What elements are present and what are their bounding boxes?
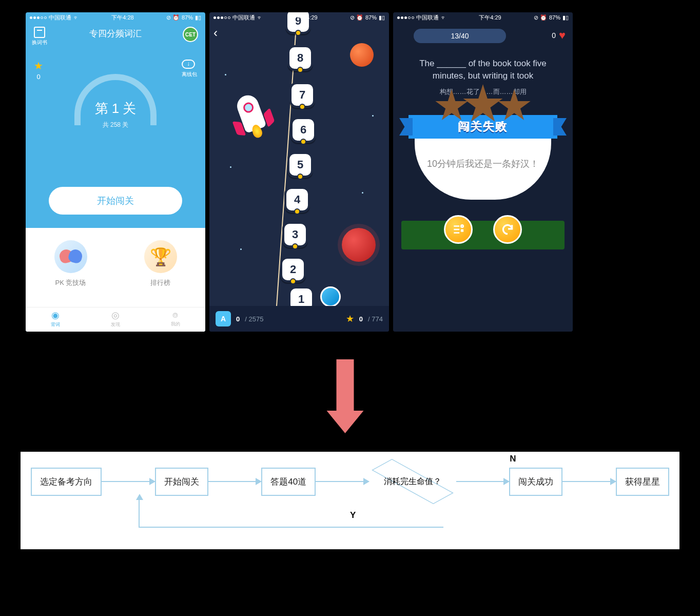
status-bar: 中国联通ᯤ 下午4:29 ⊘ ⏰87%▮▯ xyxy=(393,12,573,23)
player-avatar[interactable] xyxy=(320,286,341,307)
level-label: 第 1 关 xyxy=(74,100,157,118)
loop-back-line xyxy=(139,500,443,528)
level-node-7[interactable]: 7 xyxy=(289,82,315,108)
carrier-label: 中国联通 xyxy=(49,14,71,22)
words-learned: 0 xyxy=(236,315,240,323)
arrow-icon xyxy=(316,481,369,482)
total-levels-label: 共 258 关 xyxy=(74,121,157,129)
wifi-icon: ᯤ xyxy=(73,14,79,21)
level-node-8[interactable]: 8 xyxy=(287,45,313,71)
flow-arrow-icon xyxy=(337,359,364,433)
arrow-icon xyxy=(456,481,510,482)
wifi-icon: ᯤ xyxy=(257,14,263,21)
flow-decision: 消耗完生命值？ xyxy=(369,467,456,496)
status-bar: 中国联通 ᯤ 下午4:28 ⊘ ⏰ 87% ▮▯ xyxy=(26,12,205,23)
planet-icon xyxy=(342,228,376,262)
change-book-button[interactable]: 换词书 xyxy=(32,27,47,46)
stars-total: / 774 xyxy=(368,315,383,323)
book-icon xyxy=(34,27,45,38)
cet-badge[interactable]: CET xyxy=(183,27,198,42)
flow-step-4: 闯关成功 xyxy=(509,468,562,496)
level-node-5[interactable]: 5 xyxy=(287,152,313,178)
question-progress: 13/40 xyxy=(414,29,506,43)
decision-yes-label: Y xyxy=(350,510,356,521)
flow-step-1: 选定备考方向 xyxy=(31,468,102,496)
star-rating xyxy=(409,89,557,125)
tab-study[interactable]: ◉背词 xyxy=(26,307,86,332)
back-button[interactable]: ‹ xyxy=(213,26,218,40)
tab-discover[interactable]: ◎发现 xyxy=(86,307,146,332)
flow-step-5: 获得星星 xyxy=(616,468,669,496)
compass-icon: ◎ xyxy=(86,310,146,321)
words-total: / 2575 xyxy=(245,315,263,323)
dictionary-icon[interactable]: A xyxy=(216,311,231,326)
arrow-icon xyxy=(208,481,262,482)
person-icon: ⌾ xyxy=(145,310,205,320)
offline-button[interactable]: 离线包 xyxy=(182,60,197,78)
failure-modal: 闯关失败 10分钟后我还是一条好汉！ xyxy=(409,89,557,200)
level-node-3[interactable]: 3 xyxy=(282,222,308,247)
cloud-download-icon xyxy=(182,60,195,69)
arrow-icon xyxy=(102,481,155,482)
phone-levels-map: 中国联通 ᯤ 下午4:29 ⊘ ⏰87%▮▯ ‹ 9 8 7 6 5 4 3 xyxy=(209,12,389,332)
level-node-6[interactable]: 6 xyxy=(290,117,316,143)
level-node-2[interactable]: 2 xyxy=(280,257,306,282)
tab-bar: ◉背词 ◎发现 ⌾我的 xyxy=(26,307,205,332)
lives-counter: 0 ♥ xyxy=(552,29,566,42)
star-icon: ★ xyxy=(34,60,43,72)
level-node-4[interactable]: 4 xyxy=(284,187,310,213)
flow-step-3: 答题40道 xyxy=(261,468,316,496)
flow-step-2: 开始闯关 xyxy=(155,468,208,496)
stats-bar: A 0 / 2575 ★ 0 / 774 xyxy=(209,306,389,332)
status-bar: 中国联通 ᯤ 下午4:29 ⊘ ⏰87%▮▯ xyxy=(209,12,389,23)
failure-message: 10分钟后我还是一条好汉！ xyxy=(425,157,541,171)
battery-label: 87% xyxy=(182,14,193,21)
battery-icon: ▮▯ xyxy=(195,14,201,21)
heart-icon: ♥ xyxy=(559,29,566,42)
progress-gauge: 第 1 关 共 258 关 xyxy=(74,74,157,125)
planet-icon xyxy=(350,43,374,67)
svg-point-0 xyxy=(461,225,463,227)
flowchart: 选定备考方向 开始闯关 答题40道 消耗完生命值？ 闯关成功 获得星星 N Y xyxy=(21,452,679,549)
star-count[interactable]: ★ 0 xyxy=(34,60,43,81)
time-label: 下午4:28 xyxy=(111,14,133,22)
alarm-icon: ⊘ ⏰ xyxy=(166,14,180,21)
start-button[interactable]: 开始闯关 xyxy=(49,187,182,215)
phone-failure-modal: 中国联通ᯤ 下午4:29 ⊘ ⏰87%▮▯ 13/40 0 ♥ The ____… xyxy=(393,12,573,332)
study-icon: ◉ xyxy=(26,310,86,321)
arrow-icon xyxy=(562,481,616,482)
trophy-icon xyxy=(144,240,177,273)
retry-button[interactable] xyxy=(493,215,522,244)
stars-earned: 0 xyxy=(359,315,363,323)
review-button[interactable] xyxy=(444,215,473,244)
boxing-gloves-icon xyxy=(54,240,87,273)
phone-home: 中国联通 ᯤ 下午4:28 ⊘ ⏰ 87% ▮▯ 换词书 专四分频词汇 CET … xyxy=(26,12,205,332)
decision-no-label: N xyxy=(510,454,516,464)
tab-me[interactable]: ⌾我的 xyxy=(145,307,205,332)
star-icon: ★ xyxy=(346,313,354,324)
